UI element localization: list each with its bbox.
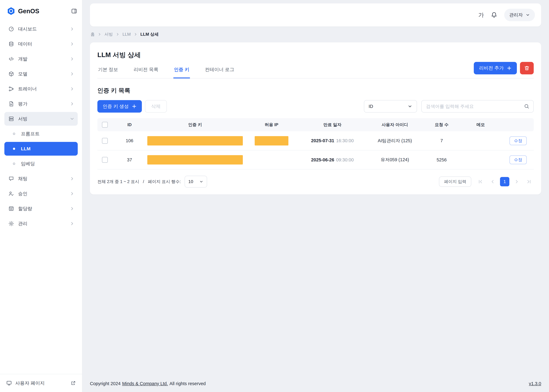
pagination-separator: / [143, 179, 144, 184]
sidebar-subitem-label: LLM [21, 146, 31, 151]
rows-per-page-select[interactable]: 10 [185, 176, 207, 188]
cell-expiry: 2025-06-2609:30:00 [300, 150, 365, 169]
sidebar-item-chat[interactable]: 채팅 [4, 172, 78, 186]
sidebar-collapse-button[interactable] [71, 8, 77, 14]
topbar: 가 관리자 [90, 3, 541, 27]
sidebar-item-model[interactable]: 모델 [4, 67, 78, 81]
chevron-right-icon [116, 32, 120, 36]
sidebar-subitem-label: 임베딩 [21, 161, 35, 167]
toolbar-right: ID [364, 100, 534, 112]
sidebar-item-approval[interactable]: 승인 [4, 187, 78, 201]
chevron-down-icon [408, 104, 412, 109]
chevron-right-icon [514, 179, 519, 184]
cell-auth-key [147, 131, 243, 150]
edit-button[interactable]: 수정 [510, 136, 527, 145]
pagination-controls: 페이지 입력 1 [439, 176, 534, 187]
sidebar-item-develop[interactable]: 개발 [4, 52, 78, 66]
tab-actions: 리비전 추가 [474, 62, 534, 77]
add-revision-button[interactable]: 리비전 추가 [474, 62, 517, 74]
tabs-row: 기본 정보 리비전 목록 인증 키 컨테이너 로그 리비전 추가 [97, 61, 534, 78]
cell-memo [459, 131, 502, 150]
sidebar-item-label: 할당량 [18, 205, 32, 212]
pagination: 전체 2개 중 1 ~ 2 표시 / 페이지 표시 행수: 10 페이지 입력 … [97, 172, 534, 193]
tab-auth-keys[interactable]: 인증 키 [173, 61, 190, 78]
auth-keys-table: ID 인증 키 허용 IP 만료 일자 사용자 아이디 요청 수 메모 106 [97, 118, 534, 169]
sidebar-item-label: 서빙 [18, 116, 28, 122]
tab-container-logs[interactable]: 컨테이너 로그 [204, 61, 235, 78]
trash-icon [524, 65, 530, 71]
next-page-button[interactable] [512, 177, 521, 186]
sidebar-item-admin[interactable]: 관리 [4, 217, 78, 231]
col-header-auth-key: 인증 키 [147, 118, 243, 131]
plus-icon [132, 104, 136, 109]
tab-basic-info[interactable]: 기본 정보 [97, 61, 119, 78]
breadcrumb-llm[interactable]: LLM [122, 32, 131, 37]
company-link[interactable]: Minds & Company Ltd. [122, 381, 168, 386]
sidebar-subitem-llm[interactable]: LLM [4, 142, 78, 156]
edit-button[interactable]: 수정 [510, 155, 527, 164]
search-icon[interactable] [524, 104, 529, 109]
cell-id: 106 [112, 131, 147, 150]
user-page-label: 사용자 페이지 [15, 380, 45, 386]
rows-per-page-value: 10 [188, 179, 193, 184]
sidebar-subitem-prompt[interactable]: 프롬프트 [4, 127, 78, 141]
copyright-suffix: All rights reserved [170, 381, 206, 386]
sidebar-item-label: 데이터 [18, 41, 32, 47]
row-checkbox[interactable] [102, 157, 108, 163]
redacted-allowed-ip [255, 136, 288, 146]
sidebar-footer-user-page[interactable]: 사용자 페이지 [0, 374, 82, 392]
breadcrumb-current: LLM 상세 [140, 31, 159, 37]
chevron-down-icon [199, 180, 203, 184]
user-page-icon [6, 380, 12, 386]
row-checkbox[interactable] [102, 138, 108, 144]
breadcrumb-home[interactable]: 홈 [91, 31, 95, 37]
sidebar-item-dashboard[interactable]: 대시보드 [4, 22, 78, 36]
sidebar-item-trainer[interactable]: 트레이너 [4, 82, 78, 96]
cell-allowed-ip [243, 150, 300, 169]
current-page-button[interactable]: 1 [500, 177, 509, 186]
sidebar-item-evaluation[interactable]: 평가 [4, 97, 78, 111]
select-all-checkbox[interactable] [102, 122, 108, 128]
first-page-button[interactable] [476, 177, 485, 186]
prev-page-button[interactable] [488, 177, 497, 186]
last-page-button[interactable] [524, 177, 534, 186]
chat-bubble-icon [8, 176, 14, 182]
cell-actions: 수정 [502, 131, 534, 150]
server-icon [8, 116, 14, 122]
delete-serving-button[interactable] [520, 62, 534, 74]
document-icon [8, 101, 14, 107]
sidebar-item-quota[interactable]: 할당량 [4, 202, 78, 216]
bell-icon [491, 12, 497, 18]
sidebar-subitem-embedding[interactable]: 임베딩 [4, 157, 78, 171]
cell-allowed-ip [243, 131, 300, 150]
table-row: 37 2025-06-2609:30:00 유저059 (124) 5256 수… [97, 150, 534, 169]
sidebar-item-data[interactable]: 데이터 [4, 37, 78, 51]
chevron-right-icon [70, 42, 75, 47]
delete-auth-key-button[interactable]: 삭제 [145, 100, 167, 112]
version-link[interactable]: v1.3.0 [529, 381, 541, 386]
font-size-toggle[interactable]: 가 [478, 11, 484, 19]
chevron-down-icon [526, 13, 530, 17]
breadcrumb-serving[interactable]: 서빙 [104, 31, 113, 37]
pagination-summary-group: 전체 2개 중 1 ~ 2 표시 / 페이지 표시 행수: 10 [97, 176, 207, 188]
notifications-button[interactable] [491, 12, 497, 18]
search-input[interactable] [426, 104, 521, 109]
table-header-row: ID 인증 키 허용 IP 만료 일자 사용자 아이디 요청 수 메모 [97, 118, 534, 131]
col-header-expiry: 만료 일자 [300, 118, 365, 131]
create-auth-key-button[interactable]: 인증 키 생성 [97, 100, 142, 112]
chevron-right-icon [70, 27, 75, 31]
filter-field-select[interactable]: ID [364, 100, 417, 112]
expiry-time: 16:30:00 [336, 138, 354, 143]
page-input-button[interactable]: 페이지 입력 [439, 176, 471, 187]
col-header-memo: 메모 [459, 118, 502, 131]
bullet-icon [11, 148, 17, 150]
cell-id: 37 [112, 150, 147, 169]
tab-revision-list[interactable]: 리비전 목록 [133, 61, 159, 78]
col-header-allowed-ip: 허용 IP [243, 118, 300, 131]
chevron-right-icon [70, 221, 75, 226]
sidebar-item-serving[interactable]: 서빙 [4, 112, 78, 126]
main-area: 가 관리자 홈 서빙 LLM LLM 상세 LLM 서빙 상세 기본 정보 [82, 0, 549, 392]
workflow-icon [8, 86, 14, 92]
chevron-right-icon [70, 86, 75, 91]
user-menu-button[interactable]: 관리자 [504, 9, 535, 21]
